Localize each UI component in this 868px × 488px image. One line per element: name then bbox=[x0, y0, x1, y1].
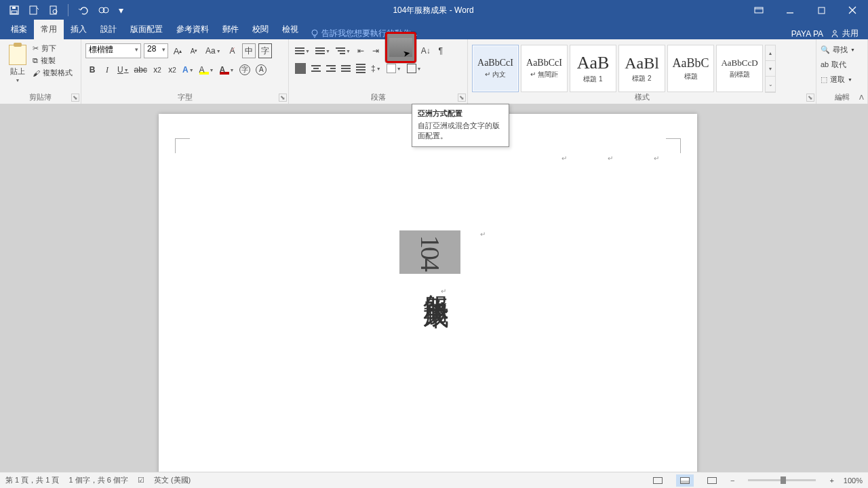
increase-indent-button[interactable]: ⇥ bbox=[369, 43, 382, 58]
tab-mailings[interactable]: 郵件 bbox=[216, 20, 245, 39]
tab-insert[interactable]: 插入 bbox=[64, 20, 94, 39]
font-size-combo[interactable]: 28 bbox=[144, 43, 168, 58]
minimize-icon[interactable] bbox=[774, 0, 806, 20]
margin-corner bbox=[175, 138, 190, 153]
clear-format-button[interactable]: A⟋ bbox=[226, 43, 239, 58]
copy-icon: ⧉ bbox=[33, 56, 38, 65]
print-layout-icon[interactable] bbox=[676, 474, 694, 487]
user-name[interactable]: PAYA PA bbox=[791, 29, 823, 39]
document-content[interactable]: 104 年服務成果 ↵ bbox=[399, 230, 460, 295]
style-item[interactable]: AaBbCcI↵ 內文 bbox=[472, 45, 519, 92]
cut-button[interactable]: ✂剪下 bbox=[33, 43, 73, 54]
subscript-button[interactable]: x2 bbox=[151, 62, 164, 77]
clipboard-launcher-icon[interactable]: ⬊ bbox=[71, 94, 79, 102]
grow-font-button[interactable]: A▴ bbox=[171, 43, 184, 58]
undo-icon[interactable] bbox=[78, 5, 89, 15]
zoom-in-button[interactable]: + bbox=[829, 476, 833, 485]
asian-layout-button[interactable]: ➤ bbox=[385, 32, 416, 63]
quickprint-icon[interactable] bbox=[28, 5, 39, 15]
tab-view[interactable]: 檢視 bbox=[275, 20, 305, 39]
group-clipboard: 貼上 ▼ ✂剪下 ⧉複製 🖌複製格式 剪貼簿 ⬊ bbox=[0, 39, 81, 104]
scissors-icon: ✂ bbox=[33, 44, 39, 53]
decrease-indent-button[interactable]: ⇤ bbox=[354, 43, 368, 58]
line-spacing-button[interactable]: ‡▼ bbox=[369, 61, 383, 76]
highlight-button[interactable]: A▼ bbox=[197, 62, 216, 77]
bold-button[interactable]: B bbox=[85, 62, 99, 77]
status-words[interactable]: 1 個字，共 6 個字 bbox=[68, 475, 127, 485]
qat-more[interactable]: ▾ bbox=[119, 5, 123, 16]
preview-icon[interactable] bbox=[49, 5, 58, 15]
selected-text[interactable]: 104 bbox=[399, 230, 460, 274]
maximize-icon[interactable] bbox=[806, 0, 837, 20]
shading-button[interactable]: ▼ bbox=[384, 61, 403, 76]
page[interactable]: ↵↵↵ ↵ 104 年服務成果 ↵ bbox=[159, 114, 697, 472]
phonetic-guide-button[interactable]: 中 bbox=[242, 43, 256, 58]
char-shading-button[interactable]: 字 bbox=[237, 62, 252, 77]
zoom-slider[interactable] bbox=[748, 479, 816, 481]
svg-rect-9 bbox=[818, 7, 825, 14]
style-item[interactable]: AaB標題 1 bbox=[570, 45, 616, 92]
numbering-button[interactable]: ▼ bbox=[313, 43, 332, 58]
bullets-button[interactable]: ▼ bbox=[293, 43, 312, 58]
underline-button[interactable]: U▼ bbox=[115, 62, 131, 77]
tab-design[interactable]: 設計 bbox=[94, 20, 123, 39]
style-item[interactable]: AaBbCcD副標題 bbox=[716, 45, 763, 92]
text-effects-button[interactable]: A▼ bbox=[180, 62, 196, 77]
styles-scroll[interactable]: ▴▾⌄ bbox=[765, 45, 776, 93]
format-painter-button[interactable]: 🖌複製格式 bbox=[33, 68, 73, 78]
paragraph-launcher-icon[interactable]: ⬊ bbox=[458, 94, 466, 102]
save-icon[interactable] bbox=[9, 5, 19, 15]
body-text[interactable]: 年服務成果 bbox=[418, 274, 453, 287]
font-name-combo[interactable]: 標楷體 bbox=[85, 43, 141, 58]
zoom-out-button[interactable]: − bbox=[730, 476, 734, 485]
replace-button[interactable]: ab取代 bbox=[821, 57, 863, 72]
align-left-button[interactable] bbox=[293, 61, 308, 76]
align-center-button[interactable] bbox=[309, 61, 323, 76]
borders-button[interactable]: ▼ bbox=[405, 61, 424, 76]
paste-button[interactable]: 貼上 ▼ bbox=[4, 42, 31, 89]
align-right-button[interactable] bbox=[324, 61, 338, 76]
close-icon[interactable] bbox=[837, 0, 868, 20]
ribbon-display-icon[interactable] bbox=[743, 0, 774, 20]
collapse-ribbon-icon[interactable]: ᐱ bbox=[859, 94, 864, 101]
find-button[interactable]: 🔍尋找▼ bbox=[821, 42, 863, 57]
group-label: 剪貼簿 bbox=[0, 92, 81, 102]
select-button[interactable]: ⬚選取▼ bbox=[821, 72, 863, 87]
style-item[interactable]: AaBbC標題 bbox=[667, 45, 714, 92]
search-icon: 🔍 bbox=[821, 45, 830, 54]
justify-button[interactable] bbox=[339, 61, 353, 76]
read-mode-icon[interactable] bbox=[649, 474, 667, 487]
web-layout-icon[interactable] bbox=[703, 474, 721, 487]
proofing-icon[interactable]: ☑ bbox=[138, 476, 144, 485]
share-button[interactable]: 共用 bbox=[830, 28, 859, 39]
font-color-button[interactable]: A▼ bbox=[218, 62, 237, 77]
tab-home[interactable]: 常用 bbox=[34, 20, 64, 39]
shrink-font-button[interactable]: A▾ bbox=[187, 43, 201, 58]
show-marks-button[interactable]: ¶ bbox=[434, 43, 448, 58]
tab-layout[interactable]: 版面配置 bbox=[123, 20, 170, 39]
multilevel-button[interactable]: ▼ bbox=[334, 43, 353, 58]
style-item[interactable]: AaBl標題 2 bbox=[618, 45, 665, 92]
change-case-button[interactable]: Aa▼ bbox=[203, 43, 223, 58]
char-border-button[interactable]: A bbox=[254, 62, 269, 77]
italic-button[interactable]: I bbox=[100, 62, 114, 77]
redo-icon[interactable] bbox=[98, 5, 109, 15]
enclose-char-button[interactable]: 字 bbox=[258, 43, 272, 58]
status-language[interactable]: 英文 (美國) bbox=[154, 475, 191, 485]
copy-button[interactable]: ⧉複製 bbox=[33, 56, 73, 66]
tab-file[interactable]: 檔案 bbox=[4, 20, 34, 39]
status-page[interactable]: 第 1 頁，共 1 頁 bbox=[5, 475, 59, 485]
sort-button[interactable]: A↓ bbox=[419, 43, 433, 58]
distributed-button[interactable] bbox=[354, 61, 368, 76]
svg-rect-3 bbox=[30, 6, 37, 14]
tab-references[interactable]: 參考資料 bbox=[170, 20, 216, 39]
style-item[interactable]: AaBbCcI↵ 無間距 bbox=[521, 45, 568, 92]
lightbulb-icon bbox=[311, 29, 319, 39]
tab-review[interactable]: 校閱 bbox=[245, 20, 275, 39]
strikethrough-button[interactable]: abc bbox=[132, 62, 149, 77]
zoom-level[interactable]: 100% bbox=[844, 476, 863, 485]
superscript-button[interactable]: x2 bbox=[165, 62, 179, 77]
font-launcher-icon[interactable]: ⬊ bbox=[279, 94, 287, 102]
styles-launcher-icon[interactable]: ⬊ bbox=[806, 94, 814, 102]
document-workspace[interactable]: ↵↵↵ ↵ 104 年服務成果 ↵ bbox=[0, 104, 868, 472]
